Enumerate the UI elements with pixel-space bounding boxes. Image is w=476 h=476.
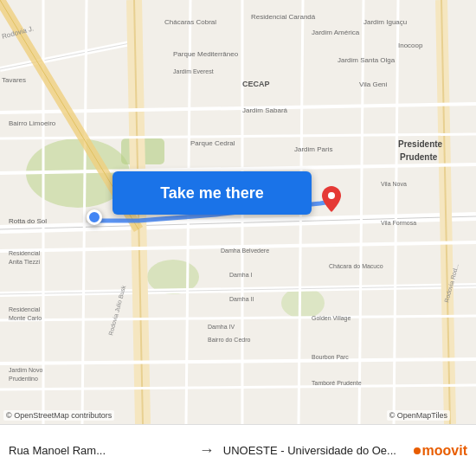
- moovit-dot-icon: [414, 447, 421, 454]
- svg-text:Chácara do Macuco: Chácara do Macuco: [329, 263, 383, 269]
- svg-text:Damha Belvedere: Damha Belvedere: [221, 248, 269, 254]
- map-container[interactable]: Chácaras Cobral Residencial Carandá Jard…: [0, 0, 476, 424]
- svg-text:Tavares: Tavares: [2, 76, 26, 84]
- svg-text:Tamboré Prudente: Tamboré Prudente: [312, 380, 362, 386]
- origin-marker: [87, 209, 102, 225]
- svg-text:Jardim América: Jardim América: [312, 29, 360, 36]
- svg-point-69: [328, 192, 335, 199]
- svg-text:Jardim Paris: Jardim Paris: [294, 145, 332, 153]
- svg-text:Rotta do Sol: Rotta do Sol: [9, 217, 47, 225]
- moovit-logo[interactable]: moovit: [405, 443, 467, 459]
- svg-text:Jardim Everest: Jardim Everest: [173, 68, 214, 74]
- svg-text:Presidente: Presidente: [398, 139, 443, 149]
- svg-text:Bairro Limoeiro: Bairro Limoeiro: [9, 119, 56, 127]
- svg-text:Chácaras Cobral: Chácaras Cobral: [164, 18, 216, 26]
- svg-text:Jardim Sabará: Jardim Sabará: [242, 106, 288, 114]
- svg-text:Vila Geni: Vila Geni: [359, 80, 388, 88]
- svg-text:Bourbon Parc: Bourbon Parc: [312, 354, 349, 360]
- svg-text:Inocoop: Inocoop: [398, 42, 423, 49]
- from-section: Rua Manoel Ram...: [9, 444, 190, 457]
- svg-text:Residencial: Residencial: [9, 250, 41, 256]
- svg-text:Damha IV: Damha IV: [208, 324, 235, 330]
- svg-text:Jardim Santa Olga: Jardim Santa Olga: [338, 56, 396, 64]
- svg-text:Prudentino: Prudentino: [9, 376, 38, 382]
- arrow-icon: →: [190, 441, 223, 460]
- svg-text:Jardim Novo: Jardim Novo: [9, 367, 42, 373]
- destination-marker: [322, 186, 341, 212]
- svg-text:Parque Cedral: Parque Cedral: [190, 139, 235, 147]
- from-address: Rua Manoel Ram...: [9, 444, 190, 457]
- svg-text:Jardim Iguaçu: Jardim Iguaçu: [363, 18, 407, 26]
- openmaptiles-attribution: © OpenMapTiles: [387, 410, 450, 421]
- to-address: UNOESTE - Universidade do Oe...: [223, 444, 405, 457]
- svg-text:Parque Mediterrâneo: Parque Mediterrâneo: [173, 50, 239, 58]
- svg-text:Bairro do Cedro: Bairro do Cedro: [208, 337, 251, 343]
- to-section: UNOESTE - Universidade do Oe...: [223, 444, 405, 457]
- svg-point-4: [281, 287, 325, 318]
- svg-text:Vila Nova: Vila Nova: [381, 181, 407, 187]
- svg-text:Golden Village: Golden Village: [312, 315, 351, 322]
- svg-text:Damha I: Damha I: [229, 272, 253, 278]
- svg-text:Residencial: Residencial: [9, 306, 41, 312]
- svg-text:Damha II: Damha II: [229, 296, 254, 302]
- svg-text:Anita Tlezzi: Anita Tlezzi: [9, 259, 40, 265]
- bottom-bar: Rua Manoel Ram... → UNOESTE - Universida…: [0, 424, 476, 476]
- take-me-there-button[interactable]: Take me there: [113, 171, 312, 215]
- svg-text:Vila Formosa: Vila Formosa: [381, 220, 416, 226]
- svg-text:Monte Carlo: Monte Carlo: [9, 315, 42, 321]
- svg-text:Residencial Carandá: Residencial Carandá: [251, 13, 316, 21]
- svg-text:Prudente: Prudente: [400, 152, 438, 162]
- moovit-brand-text: moovit: [422, 443, 467, 459]
- openstreetmap-attribution: © OpenStreetMap contributors: [3, 410, 114, 421]
- svg-text:CECAP: CECAP: [242, 80, 270, 88]
